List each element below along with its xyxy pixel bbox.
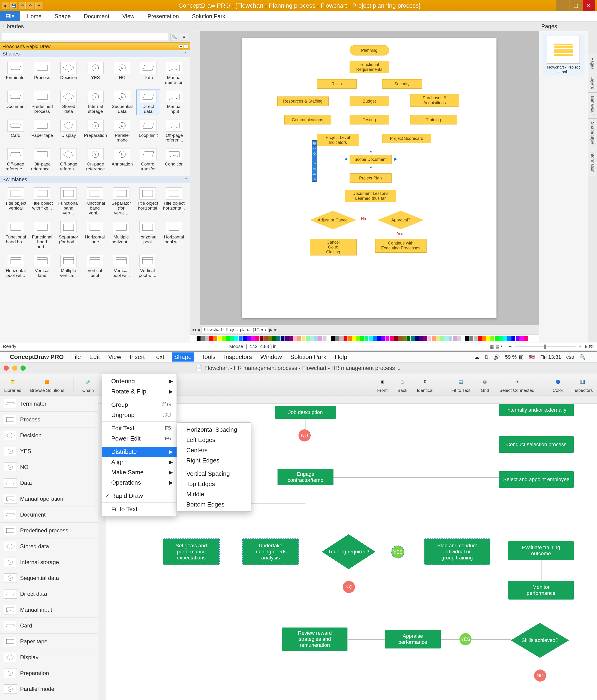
menu-document[interactable]: Document [77, 11, 116, 21]
volume-icon[interactable]: 🔊 [494, 354, 500, 360]
mac-menu-text[interactable]: Text [152, 352, 165, 361]
color-swatch[interactable] [478, 336, 482, 341]
color-swatch[interactable] [444, 336, 448, 341]
color-swatch[interactable] [453, 336, 457, 341]
mac-shape-paper-tape[interactable]: Paper tape [0, 633, 98, 649]
tool-select-connected[interactable]: ⇲Select Connected [499, 376, 534, 393]
color-swatch[interactable] [230, 336, 234, 341]
color-swatch[interactable] [314, 336, 318, 341]
color-swatch[interactable] [398, 336, 402, 341]
color-swatch[interactable] [218, 336, 221, 341]
submenu-vertical-spacing[interactable]: Vertical Spacing [177, 469, 251, 479]
shape-preparation[interactable]: YPreparation [83, 119, 108, 144]
swimlane-title-object-vertical[interactable]: Title object vertical [4, 186, 28, 217]
color-swatch[interactable] [470, 336, 473, 341]
node-adjust[interactable]: Adjust or Cancel [310, 211, 357, 229]
color-swatch[interactable] [461, 336, 465, 341]
menu-group[interactable]: Group⌘G [102, 400, 176, 410]
swimlane-vertical-pool-wi-[interactable]: Vertical pool wi... [136, 254, 160, 279]
color-swatch[interactable] [272, 336, 276, 341]
color-swatch[interactable] [411, 336, 415, 341]
color-swatch[interactable] [226, 336, 230, 341]
swimlane-vertical-pool[interactable]: Vertical pool [83, 254, 107, 279]
hr-undertake[interactable]: Undertake training needs analysis [242, 539, 298, 565]
color-swatch[interactable] [503, 336, 507, 341]
color-swatch[interactable] [352, 336, 356, 341]
color-swatch[interactable] [348, 336, 352, 341]
menu-view[interactable]: View [116, 11, 141, 21]
menu-edit-text[interactable]: Edit TextF5 [102, 423, 176, 433]
menu-fit-to-text[interactable]: Fit to Text [102, 504, 176, 514]
shape-direct-data[interactable]: Direct data [137, 90, 160, 115]
color-swatch[interactable] [402, 336, 406, 341]
color-swatch[interactable] [406, 336, 410, 341]
wifi-icon[interactable]: ⧉ [484, 354, 488, 360]
libraries-menu-icon[interactable]: ≡ [180, 33, 188, 41]
swimlane-vertical-lane[interactable]: Vertical lane [30, 254, 54, 279]
window-minimize[interactable]: — [556, 0, 569, 11]
swimlane-vertical-pool-wi-[interactable]: Vertical pool wi... [109, 254, 133, 279]
color-swatch[interactable] [335, 336, 339, 341]
node-scorecard[interactable]: Project Scorecard [382, 134, 431, 143]
side-tab-pages[interactable]: Pages [588, 54, 597, 73]
swimlane-separator-for-hori-[interactable]: Separator (for hori... [56, 220, 80, 251]
smart-toolbar[interactable]: ▦▭◇○▱▭▭✎ [312, 140, 317, 182]
color-swatch[interactable] [205, 336, 209, 341]
node-scope[interactable]: Scope Document [350, 155, 391, 164]
qat-undo-icon[interactable]: ↶ [19, 2, 26, 9]
color-swatch[interactable] [251, 336, 255, 341]
color-swatch[interactable] [331, 336, 335, 341]
mac-shape-process[interactable]: Process [0, 411, 98, 427]
battery-status[interactable]: 59 % ▮▯ [505, 354, 524, 360]
user-label[interactable]: cso [566, 354, 574, 360]
submenu-top-edges[interactable]: Top Edges [177, 479, 251, 489]
node-purch[interactable]: Purchases & Acquisitions [410, 94, 459, 107]
color-swatch[interactable] [427, 336, 431, 341]
shape-terminator[interactable]: Terminator [4, 60, 27, 86]
mac-shape-predefined-process[interactable]: Predefined process [0, 523, 98, 539]
hr-no-2[interactable]: NO [343, 581, 355, 593]
tab-nav-last[interactable]: ⏭ [273, 327, 278, 332]
color-swatch[interactable] [385, 336, 389, 341]
shape-no[interactable]: NNO [110, 60, 134, 86]
tool-libraries[interactable]: 🗂️Libraries [4, 376, 21, 393]
color-swatch[interactable] [511, 336, 516, 341]
color-swatch[interactable] [495, 336, 499, 341]
swimlane-functional-band-vert-[interactable]: Functional band vert... [56, 186, 80, 217]
color-swatch[interactable] [297, 336, 301, 341]
swimlane-horizontal-pool-wit-[interactable]: Horizontal pool wit... [162, 220, 186, 251]
shape-off-page-reference-[interactable]: Off-page reference... [30, 147, 54, 173]
mac-menu-inspectors[interactable]: Inspectors [223, 352, 253, 361]
page-tab[interactable]: Flowchart - Project plan...(1/1 ▾ ) [201, 327, 268, 333]
hr-planconduct[interactable]: Plan and conduct individual or group tra… [425, 539, 490, 565]
color-swatch[interactable] [293, 336, 297, 341]
mac-app-name[interactable]: ConceptDraw PRO [10, 353, 64, 360]
mac-shape-manual-operation[interactable]: Manual operation [0, 491, 98, 507]
mac-shape-manual-input[interactable]: Manual input [0, 602, 98, 618]
zoom-in-icon[interactable]: + [579, 344, 581, 349]
swimlane-functional-band-verti-[interactable]: Functional band verti... [83, 186, 107, 217]
color-swatch[interactable] [285, 336, 289, 341]
color-swatch[interactable] [306, 336, 310, 341]
mac-shape-preparation[interactable]: YPreparation [0, 665, 98, 681]
color-swatch[interactable] [243, 336, 247, 341]
libraries-search-input[interactable] [2, 33, 168, 41]
tool-inspectors[interactable]: ℹ️Inspectors [572, 376, 593, 393]
color-swatch[interactable] [239, 336, 242, 341]
menu-ordering[interactable]: Ordering▶ [102, 376, 176, 386]
color-swatch[interactable] [364, 336, 368, 341]
color-swatch[interactable] [209, 336, 213, 341]
hr-review[interactable]: Review reward strategies and remuneratio… [282, 627, 348, 651]
node-lessons[interactable]: Document Lessons Learned thus far [345, 190, 396, 202]
mac-menu-tools[interactable]: Tools [200, 352, 217, 361]
mac-menu-solutionpark[interactable]: Solution Park [289, 352, 328, 361]
color-swatch[interactable] [343, 336, 348, 341]
hr-monitor[interactable]: Monitor performance [508, 581, 574, 600]
mac-menu-edit[interactable]: Edit [88, 352, 101, 361]
shape-paper-tape[interactable]: Paper tape [30, 119, 54, 144]
hr-conduct[interactable]: Conduct selection process [499, 436, 574, 453]
color-swatch[interactable] [222, 336, 226, 341]
mac-shape-yes[interactable]: YYES [0, 443, 98, 459]
color-swatch[interactable] [260, 336, 264, 341]
node-pli[interactable]: Project Level Indicators [317, 134, 359, 146]
